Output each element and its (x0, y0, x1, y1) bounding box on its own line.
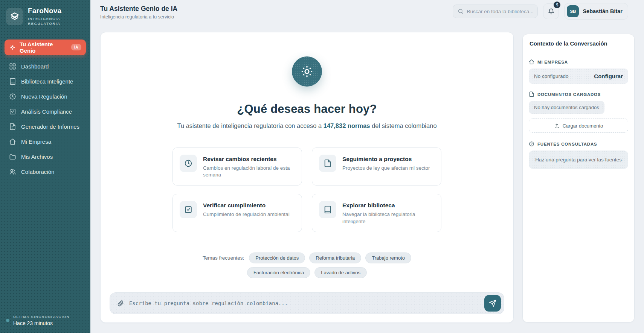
norm-count: 147,832 normas (324, 122, 370, 129)
topic-chip-trabajo-remoto[interactable]: Trabajo remoto (365, 252, 411, 263)
search-icon (458, 8, 464, 14)
sync-label: ÚLTIMA SINCRONIZACIÓN (13, 315, 70, 319)
file-icon (529, 91, 534, 97)
search-box[interactable] (453, 5, 538, 18)
page-subtitle: Inteligencia regulatoria a tu servicio (100, 14, 177, 20)
sources-icon (529, 141, 534, 147)
notifications-button[interactable]: 5 (543, 3, 559, 19)
send-icon (489, 300, 496, 307)
clock-icon (180, 155, 197, 172)
action-card-verificar-cumplimiento[interactable]: Verificar cumplimiento Cumplimiento de r… (172, 194, 302, 232)
documents-heading: DOCUMENTOS CARGADOS (537, 92, 601, 97)
header: Tu Asistente Genio de IA Inteligencia re… (90, 0, 644, 23)
file-text-icon (9, 123, 16, 130)
sidebar-item-asistente-genio[interactable]: Tu Asistente Genio IA (5, 40, 86, 55)
action-card-cambios-recientes[interactable]: Revisar cambios recientes Cambios en reg… (172, 147, 302, 186)
sidebar-item-label: Colaboración (21, 169, 54, 175)
headline: ¿Qué deseas hacer hoy? (237, 102, 377, 116)
layers-logo-icon (6, 8, 23, 25)
sidebar-item-label: Mis Archivos (21, 154, 53, 160)
action-title: Revisar cambios recientes (203, 156, 293, 163)
action-title: Verificar cumplimiento (203, 202, 290, 209)
action-title: Seguimiento a proyectos (342, 156, 430, 163)
action-title: Explorar biblioteca (342, 202, 433, 209)
home-icon (9, 138, 16, 145)
action-description: Proyectos de ley que afectan mi sector (342, 165, 430, 172)
sidebar-nav: Tu Asistente Genio IA Dashboard Bibliote… (0, 40, 90, 179)
sources-heading: FUENTES CONSULTADAS (537, 142, 597, 146)
chat-input-bar (110, 292, 504, 314)
folder-icon (9, 153, 16, 160)
sidebar-item-mis-archivos[interactable]: Mis Archivos (5, 149, 86, 164)
ia-badge: IA (71, 44, 81, 50)
bell-icon (548, 8, 555, 15)
action-description: Cumplimiento de regulación ambiental (203, 211, 290, 218)
configure-button[interactable]: Configurar (594, 73, 623, 79)
company-status-box: No configurado Configurar (529, 68, 628, 84)
send-button[interactable] (484, 295, 501, 312)
brand-name: FaroNova (28, 7, 61, 15)
company-heading: MI EMPRESA (537, 60, 568, 64)
sidebar-item-generador-informes[interactable]: Generador de Informes (5, 119, 86, 134)
grid-icon (9, 63, 16, 70)
brand: FaroNova INTELIGENCIA REGULATORIA (0, 0, 90, 32)
book-icon (9, 78, 16, 85)
assistant-hero-icon (292, 56, 322, 87)
sidebar-item-label: Análisis Compliance (21, 108, 72, 115)
clock-icon (9, 93, 16, 100)
topic-chip-proteccion-datos[interactable]: Protección de datos (249, 252, 305, 263)
check-square-icon (180, 201, 197, 218)
users-icon (9, 168, 16, 175)
documents-empty-state: No hay documentos cargados (529, 101, 604, 114)
sidebar-item-biblioteca[interactable]: Biblioteca Inteligente (5, 74, 86, 89)
sync-status: ÚLTIMA SINCRONIZACIÓN Hace 23 minutos (0, 309, 90, 333)
context-panel: Contexto de la Conversación MI EMPRESA N… (522, 34, 635, 322)
paperclip-icon[interactable] (117, 300, 124, 307)
sync-value: Hace 23 minutos (13, 320, 70, 326)
page-title: Tu Asistente Genio de IA (100, 5, 177, 13)
sidebar-divider (0, 34, 90, 34)
topic-chip-reforma-tributaria[interactable]: Reforma tributaria (309, 252, 361, 263)
assistant-panel: ¿Qué deseas hacer hoy? Tu asistente de i… (100, 32, 514, 323)
frequent-topics: Temas frecuentes: Protección de datos Re… (183, 252, 431, 278)
topic-chip-lavado-activos[interactable]: Lavado de activos (314, 267, 367, 278)
sidebar-item-label: Nueva Regulación (21, 93, 67, 100)
hero-subtitle: Tu asistente de inteligencia regulatoria… (177, 122, 436, 129)
notification-badge: 5 (554, 2, 560, 8)
sidebar: FaroNova INTELIGENCIA REGULATORIA (0, 0, 90, 333)
sidebar-item-label: Biblioteca Inteligente (21, 78, 73, 85)
sources-empty-state: Haz una pregunta para ver las fuentes (529, 151, 628, 169)
sidebar-item-label: Tu Asistente Genio (20, 41, 67, 54)
file-icon (319, 155, 336, 172)
upload-label: Cargar documento (563, 123, 603, 129)
upload-document-button[interactable]: Cargar documento (529, 119, 628, 133)
topic-chip-facturacion-electronica[interactable]: Facturación electrónica (247, 267, 310, 278)
action-description: Navegar la biblioteca regulatoria inteli… (342, 211, 433, 225)
search-input[interactable] (467, 9, 533, 14)
sidebar-item-dashboard[interactable]: Dashboard (5, 59, 86, 74)
sidebar-item-nueva-regulacion[interactable]: Nueva Regulación (5, 89, 86, 104)
action-card-explorar-biblioteca[interactable]: Explorar biblioteca Navegar la bibliotec… (312, 194, 441, 232)
check-square-icon (9, 108, 16, 115)
user-name: Sebastián Bitar (583, 8, 623, 14)
action-card-seguimiento-proyectos[interactable]: Seguimiento a proyectos Proyectos de ley… (312, 147, 441, 186)
book-icon (319, 201, 336, 218)
sidebar-item-colaboracion[interactable]: Colaboración (5, 164, 86, 179)
context-panel-title: Contexto de la Conversación (523, 34, 634, 52)
action-description: Cambios en regulación laboral de esta se… (203, 165, 293, 178)
avatar: SB (567, 5, 579, 17)
sidebar-item-label: Generador de Informes (21, 123, 79, 130)
topics-label: Temas frecuentes: (203, 255, 244, 261)
quick-actions: Revisar cambios recientes Cambios en reg… (172, 147, 441, 232)
chat-input[interactable] (129, 300, 479, 306)
brand-tagline-1: INTELIGENCIA (28, 17, 60, 21)
brand-tagline-2: REGULATORIA (28, 21, 60, 26)
sparkle-icon (9, 44, 16, 51)
user-menu[interactable]: SB Sebastián Bitar (564, 3, 628, 20)
sidebar-item-analisis-compliance[interactable]: Análisis Compliance (5, 104, 86, 119)
sidebar-item-mi-empresa[interactable]: Mi Empresa (5, 134, 86, 149)
upload-icon (554, 123, 560, 129)
sidebar-item-label: Dashboard (21, 63, 49, 70)
home-icon (529, 59, 534, 65)
sync-dot (6, 319, 9, 322)
